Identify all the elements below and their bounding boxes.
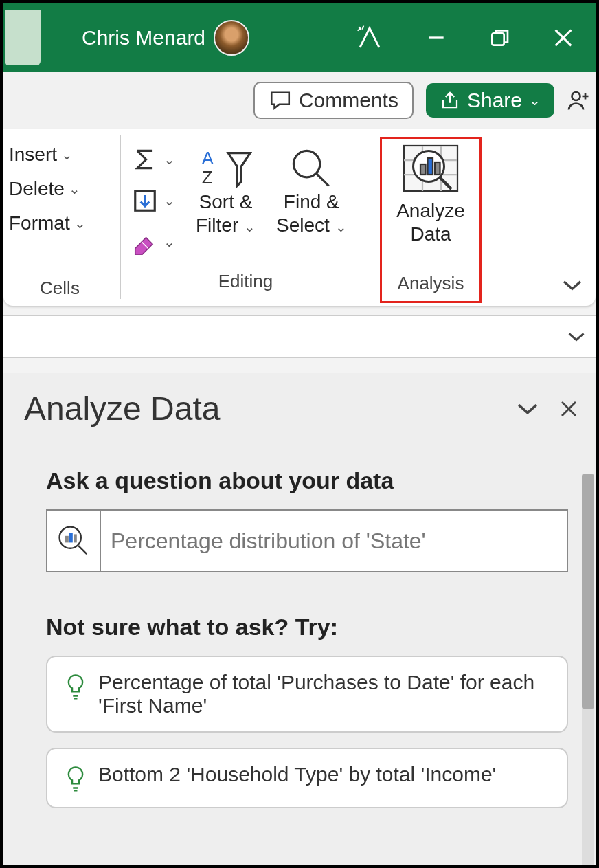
insert-label: Insert	[9, 144, 57, 166]
sort-filter-button[interactable]: A Z Sort & Filter ⌄	[196, 146, 256, 255]
formula-bar[interactable]	[3, 315, 596, 358]
delete-label: Delete	[9, 178, 65, 200]
suggestion-text: Percentage of total 'Purchases to Date' …	[98, 671, 549, 717]
insert-dropdown[interactable]: Insert ⌄	[9, 144, 111, 166]
chevron-down-icon: ⌄	[335, 219, 347, 234]
pane-collapse-button[interactable]	[516, 400, 539, 418]
chevron-down-icon: ⌄	[163, 192, 175, 209]
ask-heading: Ask a question about your data	[46, 467, 568, 494]
svg-text:A: A	[201, 148, 214, 168]
ask-input[interactable]	[101, 511, 567, 571]
ribbon-group-editing: ⌄ ⌄ ⌄	[120, 135, 374, 299]
svg-point-4	[572, 92, 580, 100]
format-dropdown[interactable]: Format ⌄	[9, 212, 111, 234]
ribbon: Insert ⌄ Delete ⌄ Format ⌄ Cells	[3, 129, 596, 306]
svg-point-8	[294, 151, 320, 177]
suggestion-text: Bottom 2 'Household Type' by total 'Inco…	[98, 763, 496, 786]
cells-group-label: Cells	[9, 278, 111, 303]
editing-group-label: Editing	[126, 271, 365, 296]
lightbulb-icon	[65, 766, 86, 793]
chevron-down-icon: ⌄	[163, 234, 175, 250]
svg-line-9	[317, 174, 329, 186]
account-avatar[interactable]	[214, 20, 249, 56]
find-select-button[interactable]: Find & Select ⌄	[276, 146, 347, 255]
chevron-down-icon: ⌄	[529, 92, 541, 109]
account-username: Chris Menard	[82, 26, 205, 49]
chevron-down-icon: ⌄	[61, 146, 73, 163]
autosum-dropdown[interactable]: ⌄	[132, 146, 175, 173]
scrollbar-thumb[interactable]	[582, 474, 594, 709]
svg-rect-17	[428, 158, 433, 175]
collab-bar: Comments Share ⌄	[3, 72, 596, 129]
svg-line-26	[78, 546, 87, 554]
svg-rect-16	[420, 164, 426, 175]
chevron-down-icon: ⌄	[69, 181, 80, 197]
title-bar: Chris Menard	[3, 3, 596, 72]
ask-search-box[interactable]	[46, 509, 568, 572]
comments-button[interactable]: Comments	[253, 82, 414, 119]
analysis-group-label: Analysis	[398, 273, 464, 298]
ribbon-group-cells: Insert ⌄ Delete ⌄ Format ⌄ Cells	[3, 129, 120, 306]
share-label: Share	[467, 89, 522, 112]
lightbulb-icon	[65, 674, 86, 701]
chevron-down-icon: ⌄	[74, 215, 86, 232]
coming-soon-icon[interactable]	[355, 23, 384, 52]
svg-rect-24	[69, 533, 73, 542]
svg-rect-25	[74, 534, 77, 542]
analyze-data-label: Analyze Data	[396, 199, 465, 245]
close-button[interactable]	[552, 26, 575, 49]
find-select-label: Find & Select	[276, 191, 339, 236]
ribbon-group-analysis: Analyze Data Analysis	[374, 129, 491, 306]
fill-dropdown[interactable]: ⌄	[132, 188, 175, 214]
clear-dropdown[interactable]: ⌄	[132, 229, 175, 255]
restore-button[interactable]	[488, 27, 510, 49]
scrollbar[interactable]	[582, 474, 594, 865]
ribbon-collapse-button[interactable]	[561, 277, 583, 293]
svg-rect-23	[65, 536, 69, 543]
chevron-down-icon[interactable]	[567, 330, 586, 344]
pane-title: Analyze Data	[24, 390, 516, 427]
svg-text:Z: Z	[201, 168, 212, 187]
svg-rect-18	[435, 162, 440, 175]
chart-search-icon	[47, 511, 101, 571]
svg-rect-1	[492, 33, 504, 45]
app-logo	[5, 10, 41, 65]
chevron-down-icon: ⌄	[163, 151, 175, 168]
format-label: Format	[9, 212, 70, 234]
chevron-down-icon: ⌄	[244, 219, 256, 234]
analyze-data-pane: Analyze Data Ask a question about your d…	[3, 373, 596, 865]
pane-close-button[interactable]	[558, 399, 579, 419]
suggestion-item[interactable]: Percentage of total 'Purchases to Date' …	[46, 656, 568, 733]
minimize-button[interactable]	[425, 27, 447, 49]
suggestion-item[interactable]: Bottom 2 'Household Type' by total 'Inco…	[46, 748, 568, 808]
comments-label: Comments	[299, 89, 398, 112]
try-heading: Not sure what to ask? Try:	[46, 614, 568, 641]
person-add-icon[interactable]	[567, 88, 591, 113]
delete-dropdown[interactable]: Delete ⌄	[9, 178, 111, 200]
share-button[interactable]: Share ⌄	[426, 83, 554, 118]
analyze-data-button[interactable]: Analyze Data	[396, 142, 465, 245]
